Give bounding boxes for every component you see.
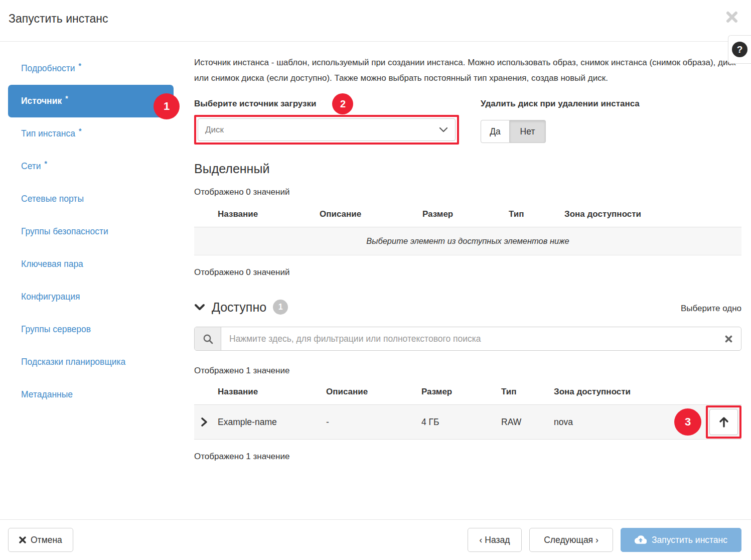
chevron-down-icon [439, 127, 448, 133]
available-count-bottom: Отображено 1 значение [194, 452, 741, 462]
column-header-name: Название [218, 209, 320, 219]
arrow-up-icon [719, 416, 729, 428]
sidebar-item-scheduler-hints[interactable]: Подсказки планировщика [8, 346, 174, 378]
column-header-size: Размер [421, 387, 501, 397]
cell-type: RAW [501, 417, 554, 428]
allocated-count-bottom: Отображено 0 значений [194, 267, 741, 277]
annotation-step-3-badge: 3 [674, 408, 701, 436]
dialog-header: Запустить инстанс [0, 0, 751, 42]
column-header-zone: Зона доступности [554, 387, 664, 397]
required-asterisk: * [65, 94, 68, 102]
dialog-footer: Отмена ‹ Назад Следующая › Запустить инс… [0, 519, 751, 560]
annotation-highlight-allocate [706, 405, 741, 439]
search-icon [203, 334, 213, 344]
cell-size: 4 ГБ [421, 417, 501, 428]
required-asterisk: * [45, 160, 47, 168]
cloud-upload-icon [635, 535, 647, 544]
expand-row-button[interactable] [194, 417, 218, 427]
available-count-badge: 1 [273, 300, 288, 315]
table-row[interactable]: Example-name - 4 ГБ RAW nova 3 [194, 405, 741, 440]
allocate-volume-button[interactable] [709, 409, 738, 435]
sidebar-item-security-groups[interactable]: Группы безопасности [8, 215, 174, 248]
next-button[interactable]: Следующая › [529, 528, 613, 552]
search-addon [195, 327, 221, 350]
available-table: Название Описание Размер Тип Зона доступ… [194, 387, 741, 440]
toggle-yes-button[interactable]: Да [481, 120, 510, 143]
sidebar-item-metadata[interactable]: Метаданные [8, 378, 174, 411]
column-header-zone: Зона доступности [564, 209, 741, 219]
available-heading: Доступно [212, 300, 266, 315]
sidebar-item-key-pair[interactable]: Ключевая пара [8, 248, 174, 281]
column-header-type: Тип [509, 209, 564, 219]
available-search-bar [194, 327, 741, 351]
column-header-name: Название [218, 387, 326, 397]
delete-volume-toggle: Да Нет [481, 120, 640, 143]
close-icon[interactable] [726, 11, 738, 23]
back-button[interactable]: ‹ Назад [468, 528, 522, 552]
chevron-right-icon [201, 417, 208, 427]
source-panel: Источник инстанса - шаблон, используемый… [174, 42, 751, 462]
annotation-highlight-boot-source: Диск [194, 115, 459, 145]
sidebar-item-source[interactable]: Источник* 1 [8, 85, 174, 117]
allocated-count-top: Отображено 0 значений [194, 187, 741, 197]
cell-description: - [326, 417, 421, 428]
x-icon [19, 536, 26, 543]
column-header-size: Размер [422, 209, 509, 219]
sidebar-item-network-ports[interactable]: Сетевые порты [8, 183, 174, 215]
allocated-heading: Выделенный [194, 162, 741, 176]
dialog-title: Запустить инстанс [9, 12, 108, 26]
sidebar-item-networks[interactable]: Сети* [8, 150, 174, 183]
sidebar-item-details[interactable]: Подробности* [8, 52, 174, 85]
cell-name: Example-name [218, 417, 326, 428]
help-icon: ? [732, 42, 747, 57]
sidebar-item-flavor[interactable]: Тип инстанса* [8, 117, 174, 150]
toggle-no-button[interactable]: Нет [510, 120, 546, 143]
source-description: Источник инстанса - шаблон, используемый… [194, 55, 741, 86]
clear-search-icon[interactable] [716, 327, 741, 350]
select-one-hint: Выберите одно [681, 304, 741, 315]
cancel-button[interactable]: Отмена [8, 528, 73, 552]
allocated-empty-row: Выберите элемент из доступных элементов … [194, 227, 741, 255]
sidebar-item-server-groups[interactable]: Группы серверов [8, 313, 174, 346]
column-header-type: Тип [501, 387, 554, 397]
required-asterisk: * [79, 127, 81, 135]
annotation-step-1-badge: 1 [154, 93, 180, 119]
available-collapse-toggle[interactable]: Доступно 1 [194, 300, 288, 315]
boot-source-select[interactable]: Диск [198, 118, 456, 141]
cell-zone: nova [554, 417, 664, 428]
boot-source-label: Выберите источник загрузки [194, 99, 316, 109]
launch-instance-button[interactable]: Запустить инстанс [621, 528, 741, 552]
annotation-step-2-badge: 2 [332, 93, 353, 114]
column-header-description: Описание [326, 387, 421, 397]
delete-volume-label: Удалить диск при удалении инстанса [481, 99, 640, 109]
sidebar-item-configuration[interactable]: Конфигурация [8, 281, 174, 313]
column-header-description: Описание [320, 209, 422, 219]
allocated-table: Название Описание Размер Тип Зона доступ… [194, 209, 741, 255]
wizard-sidebar: Подробности* Источник* 1 Тип инстанса* С… [8, 42, 174, 462]
boot-source-selected-value: Диск [205, 125, 224, 135]
chevron-down-icon [194, 304, 205, 311]
allocated-empty-text: Выберите элемент из доступных элементов … [366, 236, 569, 246]
search-input[interactable] [221, 327, 716, 350]
required-asterisk: * [79, 62, 81, 70]
help-button[interactable]: ? [728, 35, 751, 64]
available-count-top: Отображено 1 значение [194, 366, 741, 376]
